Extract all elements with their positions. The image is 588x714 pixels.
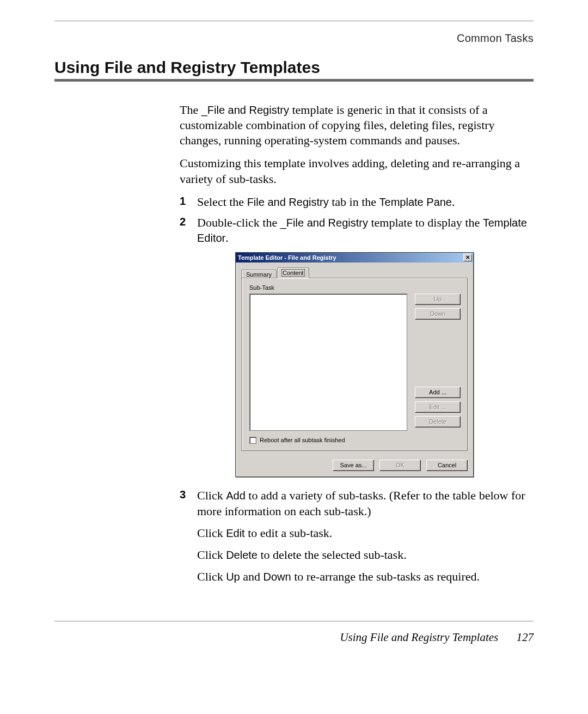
text: Click (197, 570, 226, 583)
subtask-label: Sub-Task (249, 284, 462, 291)
ui-term: Edit (226, 527, 244, 539)
dialog-tabs: Summary Content (241, 267, 468, 278)
template-editor-dialog: Template Editor - File and Registry ✕ Su… (235, 252, 474, 477)
subtask-row: Up Down Add ... Edit ... Delete (249, 294, 462, 431)
ui-term: Delete (226, 549, 258, 561)
text: to add a variety of sub-tasks. (Refer to… (197, 489, 525, 517)
step-number: 3 (180, 488, 186, 502)
dialog-body: Summary Content Sub-Task Up Down (236, 263, 473, 456)
spacer (415, 323, 461, 387)
ui-term: Add (226, 490, 246, 502)
dialog-title: Template Editor - File and Registry (238, 254, 336, 261)
step-text: Click Add to add a variety of sub-tasks.… (197, 489, 525, 517)
tab-content[interactable]: Content (277, 267, 309, 278)
text: Double-click the (197, 216, 280, 229)
step-1: 1 Select the File and Registry tab in th… (180, 194, 534, 210)
bottom-rule (54, 621, 534, 621)
side-button-column: Up Down Add ... Edit ... Delete (415, 294, 461, 431)
intro-paragraph-2: Customizing this template involves addin… (180, 156, 534, 186)
step-subline: Click Edit to edit a sub-task. (197, 526, 534, 541)
save-as-button[interactable]: Save as... (333, 460, 374, 471)
running-header: Common Tasks (54, 32, 534, 45)
step-3: 3 Click Add to add a variety of sub-task… (180, 488, 534, 584)
tab-label: Summary (246, 271, 272, 278)
dialog-figure: Template Editor - File and Registry ✕ Su… (235, 252, 534, 477)
text: The (180, 103, 201, 117)
text: to edit a sub-task. (245, 526, 333, 540)
text: . (225, 231, 229, 245)
step-subline: Click Up and Down to re-arrange the sub-… (197, 569, 534, 584)
text: tab in the (329, 195, 379, 209)
step-text: Select the File and Registry tab in the … (197, 195, 455, 209)
text: Click (197, 526, 226, 540)
step-text: Double-click the _File and Registry temp… (197, 216, 527, 245)
cancel-button[interactable]: Cancel (426, 460, 468, 471)
top-rule (54, 21, 534, 21)
tab-label: Content (282, 270, 304, 276)
reboot-row: Reboot after all subtask finished (249, 436, 462, 444)
section-underline (54, 79, 534, 82)
intro-paragraph-1: The _File and Registry template is gener… (180, 102, 534, 148)
step-subline: Click Delete to delete the selected sub-… (197, 547, 534, 563)
edit-button[interactable]: Edit ... (415, 401, 461, 413)
steps-list: 1 Select the File and Registry tab in th… (180, 194, 534, 584)
step-2: 2 Double-click the _File and Registry te… (180, 215, 534, 477)
add-button[interactable]: Add ... (415, 387, 461, 398)
delete-button[interactable]: Delete (415, 416, 461, 428)
ui-term: Up (226, 571, 240, 583)
step-number: 1 (180, 194, 186, 209)
page-footer: Using File and Registry Templates 127 (340, 631, 534, 644)
dialog-titlebar[interactable]: Template Editor - File and Registry ✕ (236, 253, 473, 263)
reboot-checkbox[interactable] (249, 437, 256, 444)
step-number: 2 (180, 215, 186, 229)
section-heading: Using File and Registry Templates (54, 58, 534, 77)
ui-term: Down (264, 571, 291, 583)
text: and (240, 570, 264, 583)
ui-term: Template Pane (379, 196, 452, 208)
text: Select the (197, 195, 247, 209)
reboot-label: Reboot after all subtask finished (260, 436, 345, 444)
text: to delete the selected sub-task. (258, 548, 407, 562)
text: template to display the (368, 216, 483, 229)
inline-code: _File and Registry (201, 104, 289, 116)
document-page: Common Tasks Using File and Registry Tem… (0, 0, 588, 714)
close-icon[interactable]: ✕ (463, 254, 472, 261)
footer-page-number: 127 (517, 631, 534, 644)
subtask-listbox[interactable] (249, 294, 407, 431)
ui-term: _File and Registry (280, 217, 368, 229)
body-column: The _File and Registry template is gener… (180, 102, 534, 584)
tab-panel-content: Sub-Task Up Down Add ... Edit ... (241, 278, 468, 451)
ok-button[interactable]: OK (379, 460, 421, 471)
footer-section-title: Using File and Registry Templates (340, 631, 498, 644)
text: Click (197, 548, 226, 562)
down-button[interactable]: Down (415, 308, 461, 320)
text: to re-arrange the sub-tasks as required. (291, 570, 480, 583)
text: Click (197, 489, 226, 502)
up-button[interactable]: Up (415, 294, 461, 305)
dialog-footer: Save as... OK Cancel (236, 456, 473, 477)
ui-term: File and Registry (247, 196, 329, 208)
text: . (452, 195, 455, 209)
